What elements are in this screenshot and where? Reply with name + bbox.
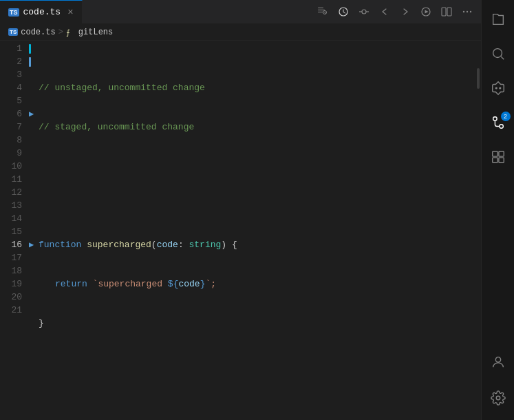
play-icon [420,6,431,17]
ln-1: 1 [0,42,22,55]
svg-point-15 [493,49,502,58]
activity-run-button[interactable] [482,72,515,105]
gutter-11 [29,173,36,186]
activity-scm-button[interactable]: 2 [482,106,515,139]
kw-return-1: return [55,277,93,291]
files-icon [491,12,506,27]
tab-close-button[interactable]: × [67,8,73,17]
gutter-21 [29,304,36,317]
ln-15: 15 [0,225,22,238]
svg-rect-24 [498,158,503,162]
svg-rect-9 [442,8,446,16]
commit-action-button[interactable] [354,2,374,21]
ln-6: 6 [0,107,22,120]
ln-14: 14 [0,212,22,225]
split-icon [441,6,452,17]
gutter-2 [29,55,36,68]
ln-13: 13 [0,199,22,212]
breadcrumb-file[interactable]: code.ts [21,28,55,37]
tab-actions [313,0,481,23]
code-line-6: return `supercharged ${code}`; [39,277,471,291]
gutter-17 [29,251,36,264]
debug-icon [491,81,506,96]
ts-file-icon: TS [8,8,19,17]
svg-point-5 [362,10,366,14]
svg-rect-2 [318,12,323,12]
code-line-1: // unstaged, uncommitted change [39,81,471,94]
activity-bar: 2 [481,0,514,420]
scrollbar-area [477,41,480,420]
code-line-3 [39,160,471,173]
ln-19: 19 [0,277,22,291]
arrow-left-icon [379,6,390,17]
comment-1: // unstaged, uncommitted change [39,81,205,94]
ln-5: 5 [0,94,22,107]
svg-point-17 [495,87,497,89]
git-gutter: ▶ ▶ [29,41,36,420]
ln-9: 9 [0,147,22,160]
commit-icon [358,6,370,17]
gutter-5 [29,94,36,107]
activity-search-button[interactable] [482,37,515,70]
gutter-15 [29,225,36,238]
search-icon [491,46,506,61]
history-action-button[interactable] [334,2,353,21]
history-icon [338,6,349,17]
code-line-7: } [39,317,471,330]
ellipsis-icon [462,6,473,17]
svg-point-12 [467,11,468,12]
gutter-14 [29,212,36,225]
editor-content: 1 2 3 4 5 6 7 8 9 10 11 12 13 14 15 16 1… [0,41,481,420]
function-symbol-icon: ⨍ [66,28,76,37]
gutter-3 [29,68,36,81]
navigate-back-button[interactable] [375,2,394,21]
gear-icon [491,390,506,406]
blame-action-button[interactable] [313,2,332,21]
ln-3: 3 [0,68,22,81]
editor-area: TS code.ts × [0,0,481,420]
activity-settings-button[interactable] [482,381,515,414]
scroll-thumb[interactable] [477,68,480,89]
svg-point-25 [495,357,500,362]
ln-18: 18 [0,264,22,277]
svg-point-13 [470,11,471,12]
scrollbar-track[interactable] [471,41,481,420]
tab-filename: code.ts [23,7,61,17]
activity-explorer-button[interactable] [482,3,515,36]
extensions-icon [491,149,506,165]
navigate-forward-button[interactable] [396,2,415,21]
ln-11: 11 [0,173,22,186]
breadcrumb-ts-icon: TS [8,28,18,36]
code-line-5: function supercharged(code: string) { [39,238,471,251]
svg-point-20 [499,125,503,129]
ln-7: 7 [0,120,22,134]
ln-12: 12 [0,186,22,199]
gutter-13 [29,199,36,212]
more-actions-button[interactable] [458,2,477,21]
gutter-4 [29,81,36,94]
tab-bar: TS code.ts × [0,0,481,24]
scm-badge: 2 [501,112,511,121]
code-editor[interactable]: // unstaged, uncommitted change // stage… [36,41,471,420]
svg-text:⨍: ⨍ [66,28,70,37]
account-icon [491,355,506,370]
ln-8: 8 [0,134,22,147]
ln-2: 2 [0,55,22,68]
gutter-7 [29,120,36,134]
run-action-button[interactable] [416,2,436,21]
active-tab[interactable]: TS code.ts × [0,0,83,23]
activity-bar-bottom [482,346,515,420]
kw-function-1: function [39,238,87,251]
code-line-9 [39,395,471,408]
svg-point-19 [493,117,497,121]
breadcrumb-symbol[interactable]: gitLens [78,28,113,37]
gutter-6: ▶ [29,107,36,120]
svg-rect-1 [318,10,325,10]
gutter-9 [29,147,36,160]
gutter-16: ▶ [29,238,36,251]
activity-account-button[interactable] [482,346,515,379]
split-editor-button[interactable] [437,2,456,21]
activity-extensions-button[interactable] [482,140,515,174]
svg-rect-23 [492,158,497,162]
comment-2: // staged, uncommitted change [39,120,194,134]
